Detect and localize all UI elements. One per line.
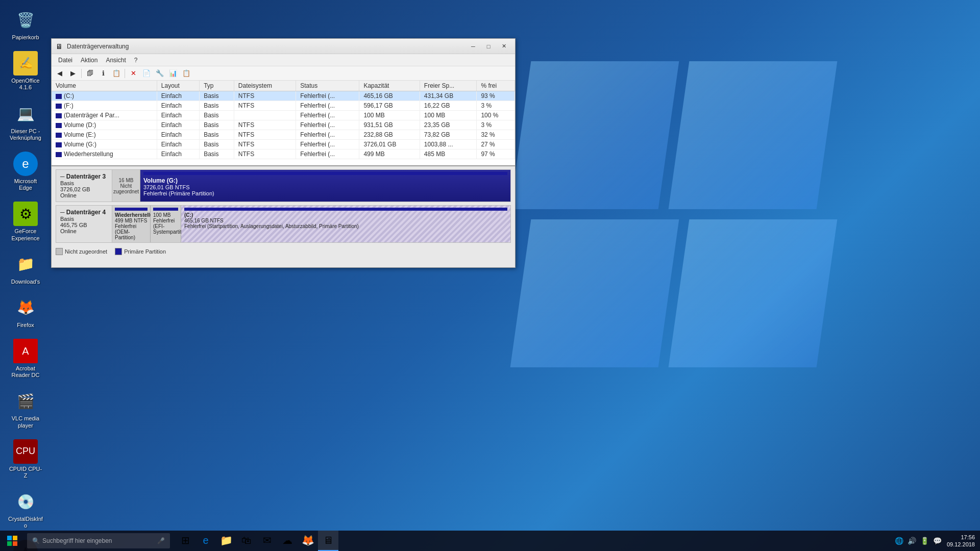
toolbar-btn2[interactable]: 🗐	[84, 68, 96, 79]
col-kapazitat[interactable]: Kapazität	[359, 81, 420, 91]
desktop-icon-edge[interactable]: e Microsoft Edge	[5, 149, 46, 194]
col-typ[interactable]: Typ	[200, 81, 234, 91]
toolbar-btn3[interactable]: ℹ	[97, 68, 109, 79]
col-pct[interactable]: % frei	[477, 81, 515, 91]
desktop-icon-acrobat[interactable]: A Acrobat Reader DC	[5, 336, 46, 381]
edge-icon: e	[13, 152, 38, 176]
table-row[interactable]: Wiederherstellung Einfach Basis NTFS Feh…	[52, 149, 515, 159]
dt4-main-label: (C:)	[184, 212, 507, 218]
window-menubar: Datei Aktion Ansicht ?	[52, 54, 515, 66]
downloads-label: Download's	[11, 279, 40, 285]
table-row[interactable]: (F:) Einfach Basis NTFS Fehlerfrei (... …	[52, 101, 515, 111]
dt3-main-partition[interactable]: Volume (G:) 3726,01 GB NTFS Fehlerfrei (…	[140, 170, 510, 202]
taskbar-app-onedrive[interactable]: ☁	[277, 531, 298, 551]
taskbar-app-explorer[interactable]: 📁	[216, 531, 236, 551]
disk-legend: Nicht zugeordnet Primäre Partition	[52, 246, 515, 257]
col-fs[interactable]: Dateisystem	[234, 81, 296, 91]
dt3-label: ─ Datenträger 3 Basis 3726,02 GB Online	[56, 170, 112, 202]
window-titlebar: 🖥 Datenträgerverwaltung ─ □ ✕	[52, 39, 515, 54]
toolbar-btn7[interactable]: 📊	[167, 68, 179, 79]
dt4-recovery-label: Wiederherstellung	[115, 212, 148, 218]
toolbar-back[interactable]: ◀	[54, 68, 66, 79]
dt3-unallocated[interactable]: 16 MB Nicht zugeordnet	[112, 170, 140, 202]
toolbar-delete[interactable]: ✕	[127, 68, 139, 79]
desktop-icon-cpuid[interactable]: CPU CPUID CPU-Z	[5, 437, 46, 482]
search-input[interactable]	[42, 537, 155, 544]
geforce-label: GeForce Experience	[8, 228, 43, 241]
close-button[interactable]: ✕	[497, 41, 511, 52]
firefox-icon: 🦊	[13, 295, 38, 320]
taskbar-app-mail[interactable]: ✉	[257, 531, 277, 551]
col-layout[interactable]: Layout	[157, 81, 199, 91]
downloads-icon: 📁	[13, 252, 38, 277]
desktop-icon-vlc[interactable]: 🎬 VLC media player	[5, 386, 46, 431]
start-button[interactable]	[0, 531, 24, 551]
disk-graph-area[interactable]: ─ Datenträger 3 Basis 3726,02 GB Online …	[52, 165, 515, 267]
vlc-icon: 🎬	[13, 389, 38, 413]
legend-unallocated-box	[56, 248, 63, 255]
dt3-partitions: 16 MB Nicht zugeordnet Volume (G:) 3726,…	[112, 170, 510, 202]
toolbar-btn5[interactable]: 📄	[140, 68, 153, 79]
maximize-button[interactable]: □	[481, 41, 496, 52]
desktop-icon-papierkorb[interactable]: 🗑️ Papierkorb	[5, 5, 46, 43]
desktop-icon-downloads[interactable]: 📁 Download's	[5, 249, 46, 288]
svg-rect-3	[13, 541, 17, 546]
desktop-icon-crystaldisk[interactable]: 💿 CrystalDiskInfo	[5, 487, 46, 532]
desktop-icon-dieser-pc[interactable]: 💻 Dieser PC - Verknüpfung	[5, 99, 46, 144]
col-freier[interactable]: Freier Sp...	[420, 81, 477, 91]
toolbar-btn8[interactable]: 📋	[180, 68, 192, 79]
dt3-volume-label: Volume (G:)	[143, 177, 507, 184]
toolbar-forward[interactable]: ▶	[67, 68, 79, 79]
taskbar-network-icon[interactable]: 🌐	[895, 537, 903, 545]
dt4-recovery-bar	[115, 208, 148, 211]
toolbar-btn4[interactable]: 📋	[110, 68, 122, 79]
desktop-icon-geforce[interactable]: ⚙ GeForce Experience	[5, 199, 46, 244]
desktop-icon-firefox[interactable]: 🦊 Firefox	[5, 293, 46, 331]
dt3-type: Basis	[60, 180, 108, 186]
firefox-label: Firefox	[17, 322, 34, 329]
taskbar-search-box[interactable]: 🔍 🎤	[27, 533, 170, 548]
dt4-efi[interactable]: 100 MB Fehlerfrei (EFI-Systempartition)	[151, 206, 181, 242]
window-controls: ─ □ ✕	[466, 41, 511, 52]
geforce-icon: ⚙	[13, 202, 38, 226]
menu-aktion[interactable]: Aktion	[77, 56, 102, 65]
disk-row-dt4: ─ Datenträger 4 Basis 465,75 GB Online W…	[56, 205, 511, 243]
dt4-size: 465,75 GB	[60, 222, 108, 228]
minimize-button[interactable]: ─	[466, 41, 480, 52]
taskbar-battery-icon: 🔋	[920, 537, 929, 545]
taskbar-notification-icon[interactable]: 💬	[933, 537, 942, 545]
taskbar-clock[interactable]: 17:56 09.12.2018	[947, 534, 975, 548]
dieser-pc-icon: 💻	[13, 102, 38, 126]
desktop-icon-area: 🗑️ Papierkorb ✍ OpenOffice 4.1.6 💻 Diese…	[5, 5, 46, 551]
table-row[interactable]: Volume (G:) Einfach Basis NTFS Fehlerfre…	[52, 140, 515, 149]
menu-datei[interactable]: Datei	[54, 56, 77, 65]
taskbar-app-buttons: ⊞ e 📁 🛍 ✉ ☁ 🦊 🖥	[175, 531, 338, 551]
dt4-efi-size: 100 MB	[153, 212, 178, 218]
search-icon: 🔍	[32, 537, 40, 544]
taskbar-app-store[interactable]: 🛍	[236, 531, 257, 551]
windows-logo-bg	[521, 61, 878, 418]
dt4-recovery[interactable]: Wiederherstellung 499 MB NTFS Fehlerfrei…	[112, 206, 151, 242]
table-row[interactable]: (Datenträger 4 Par... Einfach Basis Fehl…	[52, 111, 515, 120]
dt4-label: ─ Datenträger 4 Basis 465,75 GB Online	[56, 206, 112, 242]
table-row[interactable]: Volume (D:) Einfach Basis NTFS Fehlerfre…	[52, 120, 515, 130]
dt4-recovery-status: Fehlerfrei (OEM-Partition)	[115, 223, 148, 240]
menu-ansicht[interactable]: Ansicht	[102, 56, 130, 65]
desktop-icon-openoffice[interactable]: ✍ OpenOffice 4.1.6	[5, 48, 46, 93]
dieser-pc-label: Dieser PC - Verknüpfung	[8, 128, 43, 141]
table-row[interactable]: Volume (E:) Einfach Basis NTFS Fehlerfre…	[52, 130, 515, 140]
taskbar-volume-icon[interactable]: 🔊	[908, 537, 916, 545]
col-status[interactable]: Status	[296, 81, 359, 91]
col-volume[interactable]: Volume	[52, 81, 157, 91]
dt4-main-partition[interactable]: (C:) 465,16 GB NTFS Fehlerfrei (Startpar…	[181, 206, 510, 242]
toolbar-btn6[interactable]: 🔧	[154, 68, 166, 79]
table-row[interactable]: (C:) Einfach Basis NTFS Fehlerfrei (... …	[52, 91, 515, 101]
taskbar-app-firefox[interactable]: 🦊	[298, 531, 318, 551]
legend-primary-box	[115, 248, 122, 255]
desktop: 🗑️ Papierkorb ✍ OpenOffice 4.1.6 💻 Diese…	[0, 0, 980, 551]
menu-help[interactable]: ?	[130, 56, 142, 65]
dt4-recovery-size: 499 MB NTFS	[115, 218, 148, 223]
taskbar-app-edge[interactable]: e	[195, 531, 216, 551]
taskbar-app-diskmgmt[interactable]: 🖥	[318, 531, 338, 551]
taskbar-app-taskview[interactable]: ⊞	[175, 531, 195, 551]
